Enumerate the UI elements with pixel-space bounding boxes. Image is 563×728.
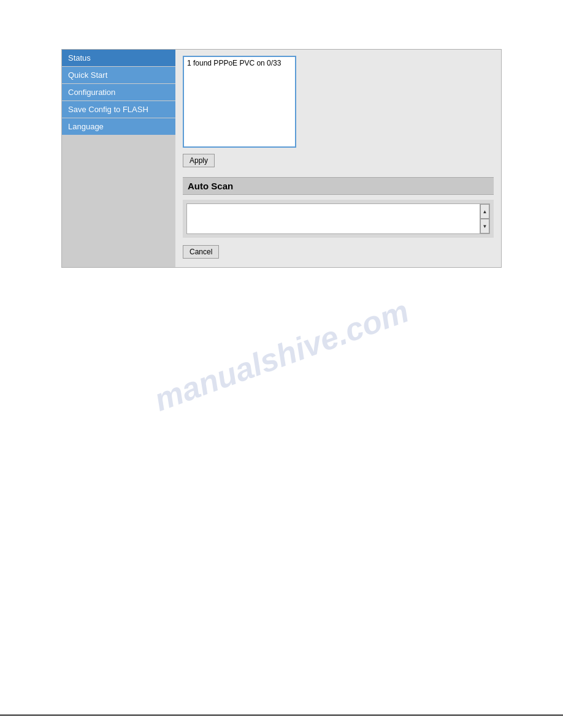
sidebar: StatusQuick StartConfigurationSave Confi… (62, 50, 175, 267)
pvc-list-item[interactable]: 1 found PPPoE PVC on 0/33 (185, 58, 294, 68)
watermark: manualshive.com (150, 292, 414, 419)
sidebar-item-language[interactable]: Language (62, 118, 175, 135)
scroll-up-arrow[interactable]: ▲ (480, 204, 489, 219)
auto-scan-section-header: Auto Scan (183, 177, 494, 195)
sidebar-item-status[interactable]: Status (62, 50, 175, 66)
auto-scan-textarea-wrapper: ▲ ▼ (186, 203, 490, 234)
auto-scan-textarea[interactable] (187, 204, 480, 233)
pvc-listbox[interactable]: 1 found PPPoE PVC on 0/33 (183, 56, 296, 148)
sidebar-item-save-config[interactable]: Save Config to FLASH (62, 101, 175, 118)
cancel-button[interactable]: Cancel (183, 245, 219, 259)
auto-scan-area: ▲ ▼ (183, 200, 494, 238)
content-area: 1 found PPPoE PVC on 0/33 Apply Auto Sca… (175, 50, 501, 267)
sidebar-item-configuration[interactable]: Configuration (62, 84, 175, 100)
apply-button[interactable]: Apply (183, 154, 215, 167)
bottom-border (0, 715, 563, 716)
scrollbar-arrows: ▲ ▼ (480, 204, 489, 233)
cancel-button-row: Cancel (183, 243, 494, 261)
sidebar-item-quick-start[interactable]: Quick Start (62, 67, 175, 83)
scroll-down-arrow[interactable]: ▼ (480, 219, 489, 233)
